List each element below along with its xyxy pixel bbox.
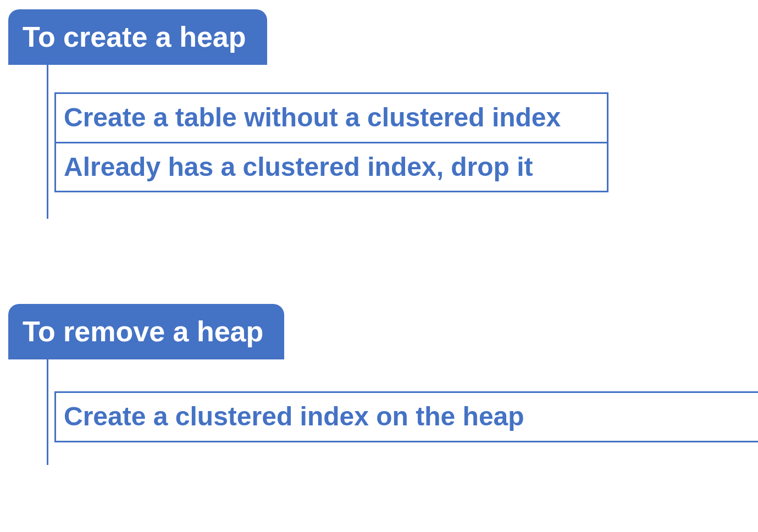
section-create-heap: To create a heap Create a table without … xyxy=(8,9,608,192)
header-create-heap: To create a heap xyxy=(8,9,267,65)
item-create-1: Create a table without a clustered index xyxy=(54,92,608,143)
item-remove-1-text: Create a clustered index on the heap xyxy=(64,402,524,431)
header-create-heap-text: To create a heap xyxy=(23,21,246,53)
connector-create: Create a table without a clustered index… xyxy=(8,65,608,192)
section-remove-heap: To remove a heap Create a clustered inde… xyxy=(8,304,758,442)
items-create: Create a table without a clustered index… xyxy=(8,65,608,192)
item-create-1-text: Create a table without a clustered index xyxy=(64,103,561,132)
header-remove-heap: To remove a heap xyxy=(8,304,284,359)
item-create-2-text: Already has a clustered index, drop it xyxy=(64,152,533,181)
item-remove-1: Create a clustered index on the heap xyxy=(54,391,758,442)
connector-remove: Create a clustered index on the heap xyxy=(8,359,758,442)
items-remove: Create a clustered index on the heap xyxy=(8,359,758,442)
vertical-line-icon xyxy=(47,65,48,219)
header-remove-heap-text: To remove a heap xyxy=(23,315,263,347)
vertical-line-icon xyxy=(47,359,48,465)
item-create-2: Already has a clustered index, drop it xyxy=(54,142,608,192)
